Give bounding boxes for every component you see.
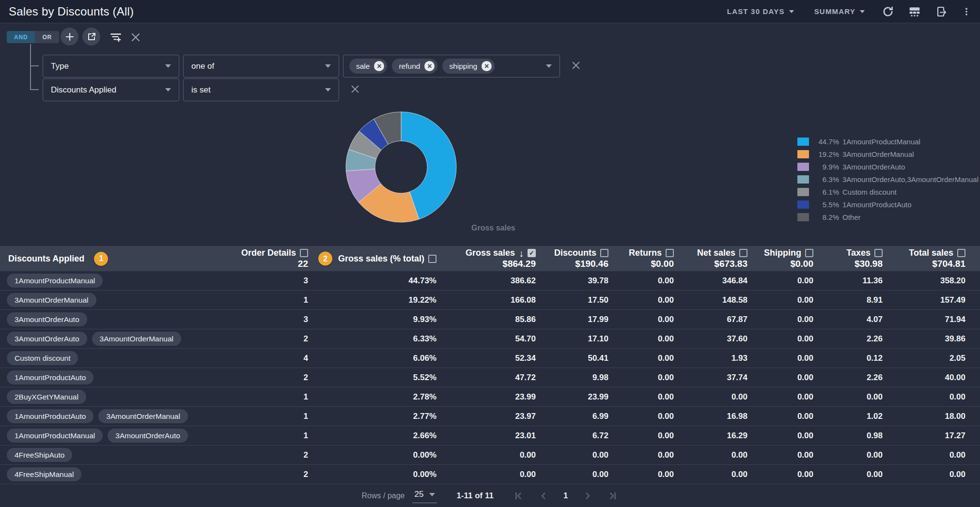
- column-checkbox[interactable]: ✓: [528, 249, 536, 257]
- first-page-button[interactable]: [513, 491, 524, 501]
- donut-chart[interactable]: [345, 111, 457, 223]
- legend-item[interactable]: 44.7%1AmountProductManual: [797, 135, 979, 148]
- table-row[interactable]: 1AmountProductManual344.73%386.6239.780.…: [0, 271, 980, 291]
- filter-values-multiselect[interactable]: sale×refund×shipping×: [343, 55, 560, 77]
- discount-chip: 1AmountProductManual: [7, 274, 103, 288]
- add-filter-group-button[interactable]: [82, 28, 100, 46]
- column-checkbox[interactable]: [957, 249, 965, 257]
- remove-filter-button[interactable]: [568, 60, 584, 72]
- value-cell: 9.98: [543, 373, 615, 383]
- chevron-right-icon: [582, 491, 593, 501]
- legend-item[interactable]: 19.2%3AmountOrderManual: [797, 148, 979, 160]
- filter-operator-select[interactable]: one of: [183, 55, 339, 77]
- clear-all-filters-button[interactable]: [127, 31, 144, 43]
- add-filter-button[interactable]: [61, 28, 78, 46]
- table-row[interactable]: 1AmountProductAuto25.52%47.729.980.0037.…: [0, 368, 980, 387]
- refresh-button[interactable]: [882, 6, 894, 17]
- column-checkbox[interactable]: [666, 249, 674, 257]
- or-toggle-button[interactable]: OR: [35, 31, 59, 43]
- column-header-shipping[interactable]: Shipping$0.00: [754, 246, 820, 271]
- value-cell: 1: [213, 295, 315, 305]
- table-row[interactable]: 3AmountOrderAuto3AmountOrderManual26.33%…: [0, 329, 980, 349]
- column-header-gross-sales-total-[interactable]: Gross sales (% total): [315, 246, 443, 271]
- table-view-button[interactable]: [908, 5, 921, 18]
- column-header-line: Returns: [629, 248, 674, 258]
- view-mode-selector[interactable]: SUMMARY: [811, 7, 868, 16]
- value-cell: 18.00: [889, 412, 972, 421]
- rows-per-page-select[interactable]: 25: [412, 489, 437, 503]
- date-range-label: LAST 30 DAYS: [727, 7, 785, 15]
- legend-item[interactable]: 6.3%3AmountOrderAuto,3AmountOrderManual: [797, 173, 979, 185]
- sort-desc-icon[interactable]: ↓: [519, 248, 524, 258]
- value-cell: 4: [213, 353, 315, 363]
- value-cell: 346.84: [681, 276, 754, 286]
- last-page-button[interactable]: [607, 491, 618, 501]
- column-checkbox[interactable]: [428, 255, 436, 263]
- legend-item[interactable]: 5.5%1AmountProductAuto: [797, 198, 979, 211]
- value-cell: 5.52%: [315, 373, 443, 383]
- and-toggle-button[interactable]: AND: [7, 31, 35, 43]
- chevron-down-icon: [429, 493, 435, 496]
- table-row[interactable]: 3AmountOrderManual119.22%166.0817.500.00…: [0, 291, 980, 310]
- column-header-taxes[interactable]: Taxes$30.98: [820, 246, 889, 271]
- more-menu-button[interactable]: [962, 6, 971, 17]
- filter-tree-elbow: [30, 65, 39, 66]
- column-header-discounts[interactable]: Discounts$190.46: [543, 246, 615, 271]
- value-cell: 0.00: [615, 373, 681, 383]
- column-checkbox[interactable]: [739, 249, 747, 257]
- filter-list-add-button[interactable]: [107, 31, 125, 44]
- last-page-icon: [607, 491, 618, 501]
- value-cell: 0.00: [754, 315, 820, 324]
- legend-item[interactable]: 6.1%Custom discount: [797, 185, 979, 198]
- table-row[interactable]: 1AmountProductAuto3AmountOrderManual12.7…: [0, 407, 980, 426]
- legend-item[interactable]: 8.2%Other: [797, 211, 979, 223]
- value-cell: 166.08: [443, 295, 543, 305]
- previous-page-button[interactable]: [538, 491, 549, 501]
- table-row[interactable]: 4FreeShipAuto20.00%0.000.000.000.000.000…: [0, 446, 980, 465]
- chart-metric-label: Gross sales: [471, 224, 515, 232]
- filter-field-value: Type: [51, 61, 69, 71]
- legend-label: 1AmountProductManual: [842, 138, 920, 146]
- remove-value-icon[interactable]: ×: [482, 61, 492, 71]
- column-header-returns[interactable]: Returns$0.00: [615, 246, 681, 271]
- value-cell: 2.26: [820, 334, 889, 344]
- date-range-selector[interactable]: LAST 30 DAYS: [724, 7, 797, 16]
- filter-field-select[interactable]: Type: [43, 55, 179, 77]
- column-label: Discounts: [554, 248, 596, 258]
- table-row[interactable]: 2BuyXGetYManual12.78%23.9923.990.000.000…: [0, 387, 980, 407]
- column-checkbox[interactable]: [600, 249, 608, 257]
- column-header-line: Order Details: [241, 248, 308, 258]
- remove-filter-button[interactable]: [347, 84, 363, 96]
- value-cell: 54.70: [443, 334, 543, 344]
- column-label: Gross sales (% total): [338, 254, 424, 264]
- column-header-gross-sales[interactable]: Gross sales↓✓$864.29: [443, 246, 543, 271]
- table-row[interactable]: 1AmountProductManual3AmountOrderAuto12.6…: [0, 426, 980, 446]
- table-row[interactable]: Custom discount46.06%52.3450.410.001.930…: [0, 349, 980, 368]
- column-checkbox[interactable]: [805, 249, 813, 257]
- legend-percent: 44.7%: [816, 138, 839, 146]
- table-row[interactable]: 3AmountOrderAuto39.93%85.8617.990.0067.8…: [0, 310, 980, 329]
- filter-operator-value: one of: [191, 61, 214, 71]
- column-header-net-sales[interactable]: Net sales$673.83: [681, 246, 754, 271]
- column-checkbox[interactable]: [874, 249, 883, 257]
- legend-item[interactable]: 9.9%3AmountOrderAuto: [797, 160, 979, 173]
- filter-field-select[interactable]: Discounts Applied: [43, 78, 179, 101]
- value-cell: 39.78: [543, 276, 615, 286]
- value-cell: 0.00: [681, 392, 754, 402]
- next-page-button[interactable]: [582, 491, 593, 501]
- rows-per-page-label: Rows / page: [362, 492, 405, 500]
- remove-value-icon[interactable]: ×: [424, 61, 435, 71]
- column-header-order-details[interactable]: Order Details222: [213, 246, 315, 271]
- table-row[interactable]: 4FreeShipManual20.00%0.000.000.000.000.0…: [0, 465, 980, 484]
- column-checkbox[interactable]: [300, 249, 308, 257]
- filter-plus-icon: [109, 31, 122, 44]
- filter-operator-select[interactable]: is set: [183, 78, 339, 101]
- value-cell: 2.66%: [315, 431, 443, 441]
- export-file-icon: [935, 6, 947, 17]
- value-cell: 6.72: [543, 431, 615, 441]
- column-header-discounts-applied[interactable]: Discounts Applied1: [0, 246, 213, 271]
- remove-value-icon[interactable]: ×: [374, 61, 384, 71]
- column-header-total-sales[interactable]: Total sales$704.81: [889, 246, 972, 271]
- legend-label: 3AmountOrderAuto,3AmountOrderManual: [842, 175, 979, 184]
- export-button[interactable]: [935, 6, 947, 17]
